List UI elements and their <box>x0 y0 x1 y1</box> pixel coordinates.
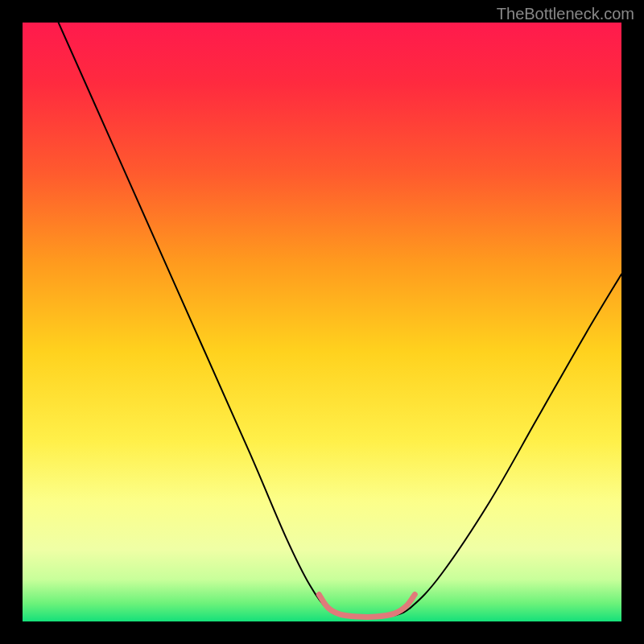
bottleneck-chart <box>0 0 644 644</box>
watermark-text: TheBottleneck.com <box>497 5 634 23</box>
gradient-background <box>23 23 621 621</box>
